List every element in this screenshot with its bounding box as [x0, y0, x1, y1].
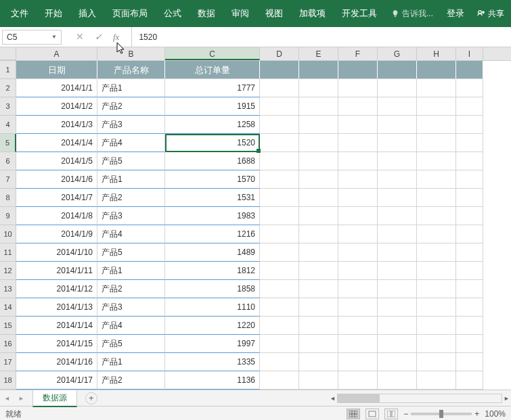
cell[interactable] — [417, 335, 456, 353]
cell[interactable] — [378, 152, 417, 170]
cell[interactable] — [456, 97, 483, 116]
cell[interactable] — [260, 79, 299, 97]
cell[interactable]: 产品4 — [97, 134, 165, 152]
cell[interactable] — [338, 243, 378, 262]
cell[interactable]: 1258 — [165, 116, 260, 134]
row-header[interactable]: 7 — [0, 170, 16, 189]
view-normal-button[interactable] — [347, 409, 360, 419]
cell[interactable]: 2014/1/1 — [16, 79, 97, 97]
cell[interactable] — [456, 170, 483, 189]
cell[interactable] — [260, 189, 299, 207]
cell[interactable] — [338, 79, 378, 97]
ribbon-tab-view[interactable]: 视图 — [257, 0, 291, 27]
col-header-G[interactable]: G — [378, 47, 417, 60]
cell[interactable]: 2014/1/6 — [16, 170, 97, 189]
cell[interactable] — [378, 317, 417, 335]
share-button[interactable]: 共享 — [472, 8, 508, 20]
cell[interactable] — [338, 152, 378, 170]
row-header[interactable]: 3 — [0, 97, 16, 116]
cell[interactable]: 2014/1/17 — [16, 371, 97, 390]
name-box[interactable]: C5 ▼ — [2, 30, 62, 45]
cell[interactable]: 2014/1/8 — [16, 207, 97, 225]
cell[interactable] — [417, 170, 456, 189]
row-header[interactable]: 16 — [0, 335, 16, 353]
cell[interactable] — [299, 97, 338, 116]
cell[interactable] — [456, 371, 483, 390]
cell[interactable]: 产品1 — [97, 170, 165, 189]
cell[interactable] — [456, 353, 483, 371]
col-header-D[interactable]: D — [260, 47, 299, 60]
cell[interactable] — [378, 116, 417, 134]
cell[interactable] — [378, 225, 417, 243]
cell[interactable] — [260, 170, 299, 189]
cell[interactable] — [299, 262, 338, 280]
cell[interactable]: 产品3 — [97, 116, 165, 134]
row-header[interactable]: 1 — [0, 61, 16, 79]
cell[interactable] — [299, 298, 338, 317]
cell[interactable] — [378, 335, 417, 353]
cell[interactable] — [260, 353, 299, 371]
col-header-C[interactable]: C — [165, 47, 260, 60]
col-header-B[interactable]: B — [97, 47, 165, 60]
cell[interactable]: 1983 — [165, 207, 260, 225]
row-header[interactable]: 11 — [0, 243, 16, 262]
cell[interactable] — [299, 152, 338, 170]
cell[interactable]: 2014/1/15 — [16, 335, 97, 353]
cell[interactable] — [378, 170, 417, 189]
cell[interactable]: 1110 — [165, 298, 260, 317]
cell[interactable] — [456, 225, 483, 243]
cell[interactable] — [338, 371, 378, 390]
formula-input[interactable]: 1520 — [132, 32, 511, 42]
cell[interactable] — [378, 298, 417, 317]
cell[interactable] — [299, 79, 338, 97]
cell[interactable]: 1531 — [165, 189, 260, 207]
cell[interactable] — [417, 225, 456, 243]
cell[interactable] — [378, 134, 417, 152]
cell[interactable] — [260, 371, 299, 390]
sheet-tab-active[interactable]: 数据源 — [32, 390, 77, 407]
cell[interactable] — [338, 298, 378, 317]
row-header[interactable]: 10 — [0, 225, 16, 243]
cell[interactable]: 产品2 — [97, 371, 165, 390]
cell[interactable]: 1335 — [165, 353, 260, 371]
cell[interactable] — [417, 207, 456, 225]
col-header-H[interactable]: H — [417, 47, 456, 60]
row-header[interactable]: 8 — [0, 189, 16, 207]
cell[interactable]: 1570 — [165, 170, 260, 189]
cell[interactable] — [338, 280, 378, 298]
cell[interactable]: 2014/1/10 — [16, 243, 97, 262]
cell[interactable] — [417, 97, 456, 116]
cell[interactable] — [299, 335, 338, 353]
ribbon-tab-dev[interactable]: 开发工具 — [334, 0, 385, 27]
row-header[interactable]: 18 — [0, 371, 16, 390]
cell[interactable] — [417, 298, 456, 317]
cell[interactable] — [456, 317, 483, 335]
cell[interactable] — [260, 116, 299, 134]
cell[interactable] — [378, 243, 417, 262]
scroll-thumb[interactable] — [338, 394, 380, 402]
cell[interactable]: 产品4 — [97, 317, 165, 335]
cell[interactable] — [417, 134, 456, 152]
ribbon-tab-data[interactable]: 数据 — [190, 0, 223, 27]
tab-nav-prev[interactable]: ◄ — [0, 395, 14, 402]
cell[interactable]: 产品1 — [97, 79, 165, 97]
cell[interactable] — [260, 225, 299, 243]
cell[interactable]: 2014/1/9 — [16, 225, 97, 243]
cell[interactable]: 产品5 — [97, 243, 165, 262]
cell[interactable] — [456, 152, 483, 170]
fx-icon[interactable]: fx — [108, 32, 125, 43]
cell[interactable] — [260, 317, 299, 335]
zoom-level[interactable]: 100% — [485, 409, 506, 419]
cell[interactable] — [338, 225, 378, 243]
cell[interactable] — [417, 280, 456, 298]
col-header-E[interactable]: E — [299, 47, 338, 60]
cell[interactable]: 2014/1/5 — [16, 152, 97, 170]
cell[interactable] — [338, 61, 378, 79]
cell[interactable] — [260, 97, 299, 116]
cell[interactable] — [378, 371, 417, 390]
cell[interactable] — [456, 298, 483, 317]
cell[interactable]: 产品3 — [97, 298, 165, 317]
ribbon-tab-file[interactable]: 文件 — [3, 0, 37, 27]
cell[interactable]: 1777 — [165, 79, 260, 97]
cell[interactable]: 1688 — [165, 152, 260, 170]
